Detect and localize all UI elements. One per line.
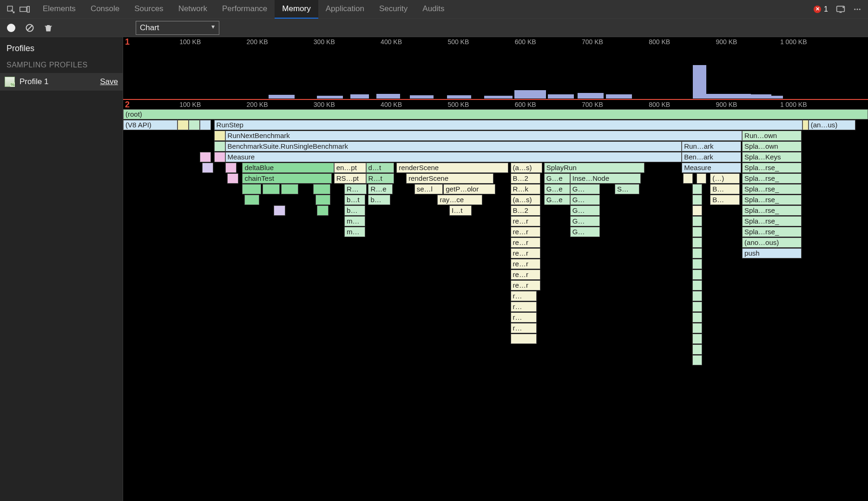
flame-block[interactable] — [274, 205, 286, 216]
error-count[interactable]: 1 — [824, 5, 828, 13]
flame-block[interactable]: RunNextBenchmark — [225, 131, 742, 141]
flame-block[interactable] — [281, 184, 298, 194]
flame-block[interactable]: r… — [511, 312, 537, 323]
flame-block[interactable]: b…t — [344, 195, 365, 205]
flame-block[interactable]: (a…s) — [511, 163, 543, 173]
flame-block[interactable]: G…e — [544, 173, 570, 184]
flame-block[interactable]: G…e — [544, 184, 570, 194]
profile-row[interactable]: Profile 1 Save — [0, 73, 123, 91]
flame-block[interactable]: (root) — [123, 109, 868, 119]
flame-block[interactable]: G…e — [544, 195, 570, 205]
flame-block[interactable] — [692, 323, 702, 333]
flame-block[interactable]: (a…s) — [511, 195, 540, 205]
tab-network[interactable]: Network — [171, 0, 215, 19]
flame-block[interactable]: re…r — [511, 280, 540, 290]
flame-block[interactable] — [316, 195, 330, 205]
flame-block[interactable]: b… — [344, 205, 365, 216]
flame-block[interactable] — [697, 173, 706, 184]
flame-block[interactable] — [692, 312, 702, 323]
flame-block[interactable] — [242, 184, 261, 194]
flame-block[interactable] — [692, 302, 702, 312]
flame-block[interactable]: m… — [344, 216, 365, 226]
flame-detail-pane[interactable]: 100 KB200 KB300 KB400 KB500 KB600 KB700 … — [123, 100, 868, 501]
flame-block[interactable]: Spla…rse_ — [742, 216, 802, 226]
flame-block[interactable] — [214, 141, 225, 152]
tab-sources[interactable]: Sources — [127, 0, 171, 19]
flame-block[interactable]: Spla…rse_ — [742, 163, 802, 173]
delete-button[interactable] — [43, 22, 54, 33]
flame-block[interactable]: G… — [570, 216, 600, 226]
flame-block[interactable]: B… — [710, 195, 740, 205]
flame-block[interactable]: B…2 — [511, 173, 540, 184]
more-menu-icon[interactable] — [850, 2, 864, 16]
flame-block[interactable] — [692, 216, 702, 226]
flame-block[interactable]: SplayRun — [544, 163, 644, 173]
flame-block[interactable]: Spla…rse_ — [742, 227, 802, 237]
flame-block[interactable]: r… — [511, 302, 537, 312]
flame-block[interactable]: Spla…Keys — [742, 152, 802, 162]
flame-block[interactable]: (ano…ous) — [742, 237, 802, 248]
overview-pane[interactable]: 100 KB200 KB300 KB400 KB500 KB600 KB700 … — [123, 37, 868, 100]
flame-block[interactable]: Spla…own — [742, 141, 802, 152]
flame-block[interactable] — [225, 163, 237, 173]
flame-block[interactable]: I…t — [449, 205, 472, 216]
flame-block[interactable]: G… — [570, 184, 600, 194]
tab-application[interactable]: Application — [318, 0, 372, 19]
flame-block[interactable]: R… — [344, 184, 367, 194]
flame-block[interactable]: m… — [344, 227, 365, 237]
flame-block[interactable] — [692, 227, 702, 237]
flame-graph[interactable]: (root)(V8 API)RunStep(an…us)RunNextBench… — [123, 109, 868, 501]
flame-block[interactable]: Spla…rse_ — [742, 173, 802, 184]
tab-console[interactable]: Console — [83, 0, 127, 19]
flame-block[interactable]: re…r — [511, 259, 540, 269]
flame-block[interactable] — [189, 120, 200, 130]
record-button[interactable] — [6, 22, 17, 33]
flame-block[interactable]: Run…ark — [682, 141, 741, 152]
flame-block[interactable]: Measure — [682, 163, 741, 173]
flame-block[interactable]: re…r — [511, 216, 540, 226]
console-drawer-icon[interactable] — [834, 2, 848, 16]
flame-block[interactable] — [692, 291, 702, 301]
flame-block[interactable] — [692, 195, 702, 205]
flame-block[interactable] — [244, 195, 259, 205]
flame-block[interactable]: deltaBlue — [242, 163, 334, 173]
tab-performance[interactable]: Performance — [215, 0, 275, 19]
flame-block[interactable]: re…r — [511, 248, 540, 258]
flame-block[interactable] — [200, 120, 211, 130]
flame-block[interactable] — [313, 184, 330, 194]
flame-block[interactable]: (V8 API) — [123, 120, 178, 130]
flame-block[interactable] — [202, 163, 213, 173]
flame-chart-area[interactable]: 1 100 KB200 KB300 KB400 KB500 KB600 KB70… — [123, 37, 868, 501]
flame-block[interactable]: R…t — [366, 173, 395, 184]
flame-block[interactable] — [214, 152, 225, 162]
flame-block[interactable]: Spla…rse_ — [742, 184, 802, 194]
flame-block[interactable]: R…e — [368, 184, 393, 194]
flame-block[interactable]: G… — [570, 227, 600, 237]
flame-block[interactable] — [802, 120, 809, 130]
clear-button[interactable] — [24, 22, 35, 33]
flame-block[interactable] — [692, 259, 702, 269]
flame-block[interactable]: chainTest — [242, 173, 331, 184]
flame-block[interactable] — [692, 237, 702, 248]
flame-block[interactable] — [692, 205, 702, 216]
flame-block[interactable]: re…r — [511, 270, 540, 280]
flame-block[interactable]: ray…ce — [437, 195, 482, 205]
flame-block[interactable] — [317, 205, 329, 216]
flame-block[interactable]: (an…us) — [809, 120, 855, 130]
flame-block[interactable]: Spla…rse_ — [742, 195, 802, 205]
flame-block[interactable] — [692, 270, 702, 280]
flame-block[interactable] — [511, 334, 537, 344]
flame-block[interactable]: d…t — [366, 163, 395, 173]
flame-block[interactable] — [227, 173, 238, 184]
flame-block[interactable] — [692, 184, 702, 194]
flame-block[interactable]: Run…own — [742, 131, 802, 141]
flame-block[interactable]: se…l — [414, 184, 443, 194]
flame-block[interactable]: r… — [511, 291, 537, 301]
tab-memory[interactable]: Memory — [275, 0, 318, 19]
flame-block[interactable] — [692, 248, 702, 258]
flame-block[interactable] — [200, 152, 211, 162]
flame-block[interactable]: S… — [615, 184, 639, 194]
flame-block[interactable]: push — [742, 248, 802, 258]
flame-block[interactable] — [692, 355, 702, 365]
flame-block[interactable]: (…) — [710, 173, 740, 184]
